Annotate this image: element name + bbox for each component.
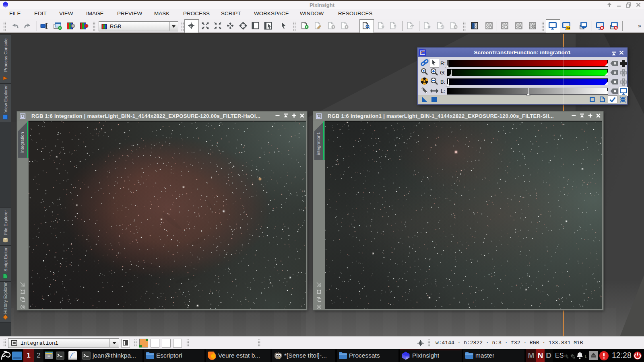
- svg-text:24: 24: [566, 26, 570, 30]
